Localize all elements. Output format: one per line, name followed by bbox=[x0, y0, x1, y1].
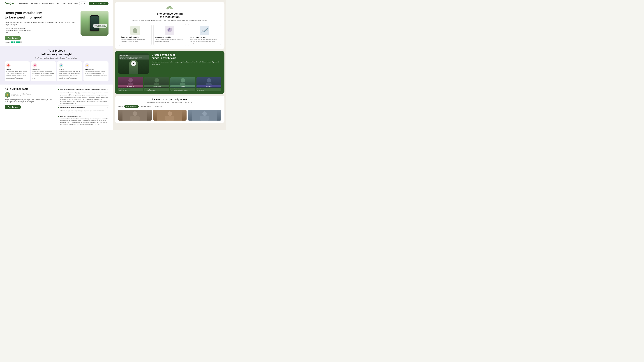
doctor-quiz-button[interactable]: Take the quiz bbox=[5, 105, 21, 109]
biology-title: Your biology influences your weight bbox=[5, 49, 108, 56]
nav-weight-loss[interactable]: Weight Loss bbox=[18, 2, 28, 4]
mechanism-brain: Suppresses appetite Targets the reward c… bbox=[154, 24, 186, 46]
testimonial-video-bg-0 bbox=[118, 110, 152, 121]
nutritionist-badge: Nutritionist bbox=[196, 85, 221, 87]
video-top: Dr Ramy Bishay Juniper Consulting Specia… bbox=[118, 53, 221, 74]
hero-features: Doctor-prescribed medication Dietitian-l… bbox=[5, 27, 78, 34]
hero-section: Reset your metabolism to lose weight for… bbox=[0, 7, 113, 46]
svg-point-24 bbox=[168, 111, 172, 116]
testimonial-video-0[interactable] bbox=[118, 110, 152, 121]
tab-progress-photos[interactable]: Progress photos bbox=[139, 105, 153, 108]
science-mechanisms: Slows stomach emptying Slows the rate at… bbox=[119, 24, 221, 46]
biology-subtitle: That's why weight isn't a motivational i… bbox=[5, 57, 108, 59]
mechanism-title-2: Suppresses appetite bbox=[156, 36, 184, 38]
video-play-button[interactable]: ▶ bbox=[131, 61, 136, 66]
svg-rect-28 bbox=[200, 116, 209, 121]
tab-video-testimonials[interactable]: Video testimonials bbox=[124, 105, 139, 108]
star-1 bbox=[11, 41, 13, 43]
svg-point-12 bbox=[128, 78, 133, 82]
left-panel: Juniper Weight Loss Testimonials Nourish… bbox=[0, 0, 113, 130]
doctor-card-img-3: Nutritionist bbox=[196, 77, 221, 88]
faq-bullet-3 bbox=[58, 116, 59, 117]
nav-actions: Login Check your eligibility bbox=[79, 1, 108, 5]
testimonial-videos bbox=[118, 110, 221, 121]
testimonial-video-1[interactable] bbox=[153, 110, 186, 121]
doctor-profile: 👨‍⚕️ Answered by Dr Matt Vickers MBBS, F… bbox=[5, 92, 55, 98]
faq-section: What medications does Juniper use? Are t… bbox=[58, 88, 108, 127]
doctor-card-1: Senior Dietitian Leif Lagesen APD, BExSc… bbox=[144, 77, 169, 91]
mechanism-text-2: Targets the reward centre of the brain, … bbox=[156, 39, 184, 42]
star-3 bbox=[16, 41, 18, 43]
eligibility-button[interactable]: Check your eligibility bbox=[88, 2, 108, 5]
video-doctor-label: Dr Ramy Bishay Juniper Consulting Specia… bbox=[120, 55, 149, 59]
testimonials-subtitle: Thousands of Australian women have found… bbox=[118, 102, 221, 103]
stress-text: During periods of high stress, levels of… bbox=[6, 71, 28, 79]
view-tabs: Video testimonials Progress photos Patie… bbox=[124, 105, 164, 108]
logo: Juniper bbox=[5, 2, 15, 5]
doctor-card-img-0: Specialist GP bbox=[118, 77, 143, 88]
testimonial-video-bg-1 bbox=[153, 110, 186, 121]
doctor-section: Ask a Juniper doctor 👨‍⚕️ Answered by Dr… bbox=[0, 84, 113, 130]
doctor-card-creds-3: BHSc, ANTA bbox=[198, 90, 220, 91]
hero-image-inner: Stacy, Juniper patient ▼ 22 kg in 10 mon… bbox=[80, 11, 108, 35]
video-thumbnail[interactable]: Dr Ramy Bishay Juniper Consulting Specia… bbox=[118, 53, 149, 74]
doctor-card-info-1: Leif Lagesen APD, BExSci&NutSci bbox=[144, 88, 169, 91]
testimonial-video-2[interactable] bbox=[188, 110, 221, 121]
faq-answer-1: All medications prescribed by Juniper cl… bbox=[58, 91, 108, 104]
hormones-icon: 💗 bbox=[32, 63, 37, 68]
doctors-grid: Specialist GP Dr Matthew Vickers MBBS, F… bbox=[118, 77, 221, 91]
svg-point-18 bbox=[207, 78, 211, 82]
doctor-card-3: Nutritionist Lani Finau BHSc, ANTA bbox=[196, 77, 221, 91]
genetics-icon: 🧬 bbox=[59, 63, 63, 68]
svg-text:set point: set point bbox=[204, 29, 208, 30]
specialist-gp-badge: Specialist GP bbox=[118, 85, 143, 87]
trustpilot-label: Trustpilot bbox=[5, 42, 10, 43]
nav-links: Weight Loss Testimonials Nourish Shakes … bbox=[18, 2, 79, 4]
brain-icon bbox=[165, 26, 174, 35]
doctor-card-name-0: Dr Matthew Vickers bbox=[119, 88, 142, 90]
mechanism-stomach: Slows stomach emptying Slows the rate at… bbox=[119, 24, 152, 46]
doctor-card-creds-1: APD, BExSci&NutSci bbox=[145, 90, 168, 91]
faq-answer-3: Juniper's most prescribed treatment is a… bbox=[58, 118, 108, 125]
card-stress: 🔴 Stress During periods of high stress, … bbox=[5, 61, 30, 81]
stress-title: Stress bbox=[6, 68, 28, 70]
navigation: Juniper Weight Loss Testimonials Nourish… bbox=[0, 0, 113, 7]
faq-bullet-2 bbox=[58, 107, 59, 108]
science-card: The science behind the medication Junipe… bbox=[115, 2, 224, 49]
nav-nourish[interactable]: Nourish Shakes bbox=[42, 2, 54, 4]
login-button[interactable]: Login bbox=[79, 1, 87, 5]
faq-q-text-1: What medications does Juniper use? Are t… bbox=[58, 89, 106, 90]
doctor-card-creds-2: APD, BExSci&NutSci, MNutr&Diet bbox=[171, 90, 194, 91]
tab-patient-wins[interactable]: Patient wins bbox=[153, 105, 164, 108]
doctor-card-info-2: Amelia Bandera APD, BExSci&NutSci, MNutr… bbox=[170, 88, 195, 91]
testimonials-card: It's more than just weight loss Thousand… bbox=[115, 96, 224, 123]
star-4 bbox=[18, 41, 20, 43]
biology-section: Your biology influences your weight That… bbox=[0, 46, 113, 84]
science-decoration bbox=[119, 5, 221, 10]
patient-info: Stacy, Juniper patient ▼ 22 kg in 10 mon… bbox=[93, 24, 107, 28]
video-card: Dr Ramy Bishay Juniper Consulting Specia… bbox=[115, 51, 224, 94]
faq-close-3[interactable]: ✕ bbox=[107, 116, 108, 117]
feature-3: 30-day money-back guarantee bbox=[5, 32, 78, 34]
video-content: Created by the best minds in weight care… bbox=[152, 53, 221, 74]
doctor-card-name-1: Leif Lagesen bbox=[145, 88, 168, 90]
faq-close-2[interactable]: ✕ bbox=[107, 107, 108, 109]
metabolism-icon: ⚡ bbox=[85, 63, 90, 68]
hero-quiz-button[interactable]: Take the quiz bbox=[5, 36, 21, 40]
faq-question-1: What medications does Juniper use? Are t… bbox=[58, 89, 108, 91]
trustpilot-stars bbox=[11, 41, 22, 43]
nav-blog[interactable]: Blog bbox=[74, 2, 78, 4]
science-title: The science behind the medication bbox=[119, 12, 221, 19]
feature-2: Dietitian-led health coaching & support bbox=[5, 30, 78, 31]
mechanism-text-3: Safely lowers your 'set point', which is… bbox=[190, 39, 219, 44]
faq-close-1[interactable]: ✕ bbox=[107, 89, 108, 91]
mechanism-title-1: Slows stomach emptying bbox=[121, 36, 150, 38]
nav-menopause[interactable]: Menopause bbox=[63, 2, 72, 4]
doctor-name: Answered by Dr Matt Vickers bbox=[12, 93, 31, 95]
mechanism-text-1: Slows the rate at which the stomach empt… bbox=[121, 39, 150, 42]
nav-testimonials[interactable]: Testimonials bbox=[30, 2, 40, 4]
patient-tag: Stacy, Juniper patient bbox=[94, 25, 106, 26]
nav-faq[interactable]: FAQ bbox=[57, 2, 60, 4]
stress-icon: 🔴 bbox=[6, 63, 10, 68]
phone-mockup bbox=[90, 15, 99, 31]
